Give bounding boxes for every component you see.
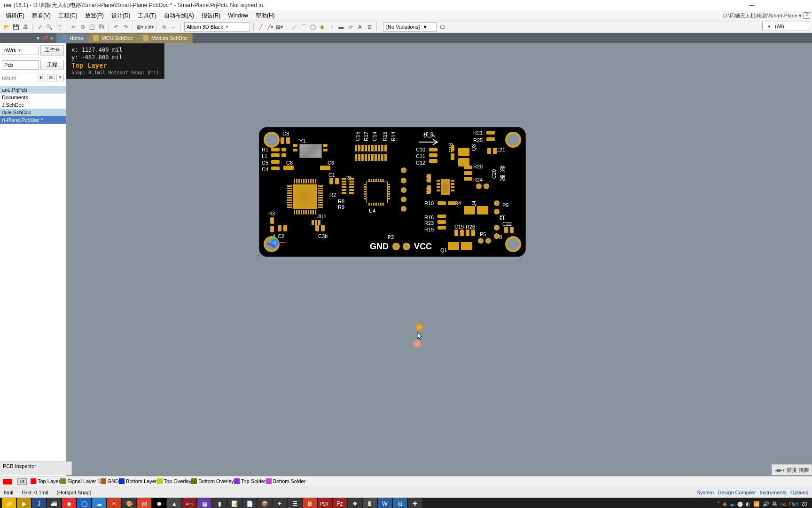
duplicate-icon[interactable]: ⿻ xyxy=(98,23,105,31)
copy-icon[interactable]: ⧉ xyxy=(79,23,86,31)
tray-chevron-icon[interactable]: ˄ xyxy=(717,501,720,507)
mask-panel-tab[interactable]: 掩膜 xyxy=(799,467,809,474)
taskbar-app-screenshot[interactable]: ✂ xyxy=(107,498,121,508)
taskbar-app-red1[interactable]: ◉ xyxy=(62,498,76,508)
layer-tab-bottom-solder[interactable]: Bottom Solder xyxy=(266,478,306,484)
zoom-fit-icon[interactable]: ⤢ xyxy=(36,23,44,31)
taskbar-app-paint[interactable]: 🎨 xyxy=(122,498,136,508)
project-button[interactable]: 工程 xyxy=(40,60,64,70)
menu-place[interactable]: 放置(P) xyxy=(81,11,108,21)
taskbar-app-potplayer[interactable]: ▶ xyxy=(17,498,31,508)
tree-item-project[interactable]: ane.PrjPcb xyxy=(0,86,66,94)
tray-wifi-icon[interactable]: 📶 xyxy=(753,501,760,507)
place-arc-icon[interactable]: ⌒ xyxy=(300,23,307,31)
panel-system[interactable]: System xyxy=(697,490,714,495)
taskbar-app-vm[interactable]: 🖥 xyxy=(303,498,317,508)
workspace-button[interactable]: 工作台 xyxy=(40,45,64,56)
tray-clock[interactable]: 20 xyxy=(802,501,807,507)
taskbar-app-jlink[interactable]: J xyxy=(32,498,46,508)
snap-panel-tab[interactable]: 捕捉 xyxy=(787,467,797,474)
layer-tab-top-solder[interactable]: Top Solder xyxy=(234,478,266,484)
close-panel-icon[interactable]: ✕ xyxy=(50,36,54,41)
tree-item-documents[interactable]: Documents xyxy=(0,94,66,101)
paste-icon[interactable]: 📋 xyxy=(88,23,96,31)
taskbar-app-altium[interactable]: ▲ xyxy=(167,498,181,508)
open-icon[interactable]: 📂 xyxy=(3,23,10,31)
layer-tab-top-layer[interactable]: Top Layer xyxy=(31,478,60,484)
pcb-board[interactable]: C3 Y1 R1 L1 C5 C4 C8 C6 xyxy=(259,127,526,257)
undo-icon[interactable]: ↶ xyxy=(112,23,120,31)
panel-design-compiler[interactable]: Design Compiler xyxy=(718,490,756,495)
layer-tab-gnd[interactable]: GND xyxy=(101,478,119,484)
taskbar-app-doc[interactable]: 📄 xyxy=(242,498,257,508)
layer-tab-signal-layer-1[interactable]: Signal Layer 1 xyxy=(60,478,100,484)
place-via-icon[interactable]: ○ xyxy=(328,23,336,31)
taskbar-app-pkg[interactable]: 📦 xyxy=(258,498,272,508)
menu-autoroute[interactable]: 自动布线(A) xyxy=(160,11,198,21)
menu-view[interactable]: 察看(V) xyxy=(28,11,55,21)
layer-tab-top-overlay[interactable]: Top Overlay xyxy=(157,478,192,484)
filter-all-combo[interactable]: ▾ (All) xyxy=(762,22,809,31)
monitor-icon[interactable]: 🖵 xyxy=(438,23,446,31)
tray-cloud-icon[interactable]: ☁ xyxy=(729,501,734,507)
layer-tab-bottom-layer[interactable]: Bottom Layer xyxy=(119,478,156,484)
workspace-combo[interactable]: nWrk▼ xyxy=(2,46,39,55)
place-fullarc-icon[interactable]: ◯ xyxy=(309,23,317,31)
taskbar-app-misc[interactable]: ✚ xyxy=(408,498,422,508)
tree-tool-2-icon[interactable]: ▤ xyxy=(47,74,55,81)
taskbar-app-cloud[interactable]: ☁ xyxy=(92,498,106,508)
menu-edit[interactable]: 编辑(E) xyxy=(2,11,28,21)
taskbar-app-keil[interactable]: ❖ xyxy=(348,498,362,508)
menu-design[interactable]: 设计(D) xyxy=(108,11,134,21)
variations-combo[interactable]: [No Variations]▼ xyxy=(383,22,437,32)
taskbar-app-word[interactable]: W xyxy=(378,498,392,508)
place-pad-icon[interactable]: ◉ xyxy=(319,23,326,31)
active-layer-swatch[interactable] xyxy=(3,479,12,484)
panel-instruments[interactable]: Instruments xyxy=(760,490,787,495)
tab-mcu-schdoc[interactable]: MCU.SchDoc xyxy=(88,33,138,43)
tray-ime[interactable]: 英 xyxy=(772,500,777,508)
tray-app3-icon[interactable]: ◐ xyxy=(746,501,750,507)
taskbar-app-calc[interactable]: 🖩 xyxy=(363,498,377,508)
menu-help[interactable]: 帮助(H) xyxy=(252,11,279,21)
view-mode-combo[interactable]: Altium 3D Black▼ xyxy=(184,22,250,32)
system-tray[interactable]: ˄ ◆ ☁ ⬤ ◐ 📶 🔊 英 na Flier 20 xyxy=(717,500,810,508)
zoom-area-icon[interactable]: 🔍 xyxy=(46,23,53,31)
tree-tool-dd-icon[interactable]: ▾ xyxy=(56,74,64,81)
layer-tab-bottom-overlay[interactable]: Bottom Overlay xyxy=(191,478,234,484)
tree-item-module-sch[interactable]: dule.SchDoc xyxy=(0,109,66,116)
tray-app2-icon[interactable]: ⬤ xyxy=(737,501,743,507)
project-path-dropdown[interactable]: D:\四轴无人机\电路\Smart-Plane ▾ ⚙ xyxy=(723,10,810,21)
route-diff-icon[interactable]: ╱▾ xyxy=(266,23,274,31)
menu-project[interactable]: 工程(C) xyxy=(55,11,81,21)
taskbar-app-star[interactable]: ✦ xyxy=(273,498,287,508)
move-icon[interactable]: ↔ xyxy=(170,23,177,31)
taskbar-app-filezilla[interactable]: Fz xyxy=(333,498,347,508)
tab-module-schdoc[interactable]: Module.SchDoc xyxy=(138,33,193,43)
pcb-inspector-tab[interactable]: PCB Inspector xyxy=(0,461,72,475)
place-fill-icon[interactable]: ▬ xyxy=(337,23,345,31)
grid-dropdown-icon[interactable]: ▦▾ xyxy=(136,23,144,31)
taskbar-app-explorer[interactable]: 📁 xyxy=(2,498,16,508)
project-tree[interactable]: ane.PrjPcb Documents J.SchDoc dule.SchDo… xyxy=(0,83,66,476)
browse-icon[interactable]: ⎗ xyxy=(160,23,168,31)
menu-tools[interactable]: 工具(T) xyxy=(134,11,160,21)
dropdown-icon[interactable]: ▼ xyxy=(36,36,40,41)
pcb-3d-canvas[interactable]: x: 1137.400 mil y: -662.800 mil Top Laye… xyxy=(66,43,812,476)
settings-icon[interactable]: ⚙ xyxy=(804,12,810,19)
zoom-selected-icon[interactable]: ⬚ xyxy=(55,23,62,31)
pin-nav-icon[interactable]: ◀▶▾ xyxy=(775,468,785,473)
place-poly-icon[interactable]: ▱ xyxy=(347,23,354,31)
taskbar-app-list[interactable]: ☰ xyxy=(288,498,302,508)
taskbar-app-edge[interactable]: ◯ xyxy=(77,498,91,508)
taskbar-app-purple[interactable]: ▦ xyxy=(197,498,211,508)
redo-icon[interactable]: ↷ xyxy=(122,23,129,31)
taskbar-app-towers[interactable]: 🏙 xyxy=(47,498,61,508)
save-icon[interactable]: 💾 xyxy=(12,23,20,31)
cut-icon[interactable]: ✂ xyxy=(70,23,77,31)
pin-icon[interactable]: 📌 xyxy=(42,36,48,41)
tree-tool-1-icon[interactable]: ◐ xyxy=(38,74,45,81)
panel-options[interactable]: Options xyxy=(790,490,808,495)
tab-home[interactable]: Home xyxy=(56,33,88,43)
tray-volume-icon[interactable]: 🔊 xyxy=(763,501,769,507)
